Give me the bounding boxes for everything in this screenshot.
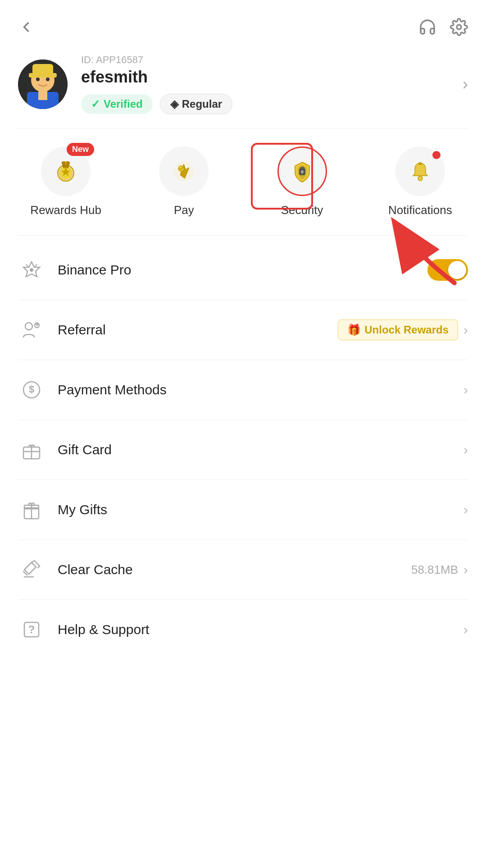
tier-badge: ◈ Regular: [160, 94, 232, 114]
svg-point-37: [31, 446, 32, 448]
clear-cache-text: Clear Cache: [58, 562, 411, 577]
my-gifts-chevron: ›: [463, 502, 468, 517]
check-icon: ✓: [91, 98, 100, 110]
binance-pro-icon: [18, 256, 45, 283]
svg-point-28: [25, 323, 32, 330]
profile-divider: [18, 128, 468, 128]
my-gifts-right: ›: [463, 502, 468, 517]
profile-name: efesmith: [81, 68, 463, 87]
security-icon-wrap: [277, 146, 327, 196]
toggle-thumb: [448, 261, 466, 279]
support-button[interactable]: [418, 18, 436, 36]
rewards-hub-label: Rewards Hub: [30, 203, 101, 217]
notification-dot: [432, 151, 441, 159]
header-icons: [418, 18, 468, 36]
action-notifications[interactable]: Notifications: [375, 146, 465, 217]
quick-actions: New Rewards Hub: [0, 133, 486, 231]
verified-badge: ✓ Verified: [81, 94, 153, 114]
settings-button[interactable]: [450, 18, 468, 36]
my-gifts-icon: [18, 496, 45, 523]
referral-text: Referral: [58, 322, 338, 338]
security-label: Security: [281, 203, 323, 217]
menu-item-binance-pro[interactable]: Binance Pro: [18, 240, 468, 300]
svg-rect-19: [302, 172, 303, 174]
profile-chevron: ›: [463, 75, 468, 94]
gift-card-icon: [18, 436, 45, 463]
help-text: Help & Support: [58, 622, 463, 637]
menu-item-payment[interactable]: $ Payment Methods ›: [18, 360, 468, 420]
binance-pro-toggle[interactable]: [427, 259, 468, 281]
avatar: [18, 59, 68, 109]
menu-list: Binance Pro Referral 🎁 Unlock Rewards: [0, 240, 486, 659]
payment-text: Payment Methods: [58, 382, 463, 397]
action-pay[interactable]: Pay: [139, 146, 229, 217]
payment-icon: $: [18, 376, 45, 403]
svg-point-25: [30, 268, 33, 272]
actions-divider: [18, 235, 468, 236]
svg-rect-21: [418, 162, 422, 165]
help-chevron: ›: [463, 622, 468, 637]
menu-item-clear-cache[interactable]: Clear Cache 58.81MB ›: [18, 540, 468, 600]
pay-label: Pay: [174, 203, 194, 217]
unlock-rewards-badge[interactable]: 🎁 Unlock Rewards: [338, 320, 458, 340]
pay-icon-wrap: [159, 146, 209, 196]
svg-point-8: [46, 78, 50, 81]
binance-pro-text: Binance Pro: [58, 262, 427, 278]
menu-item-gift-card[interactable]: Gift Card ›: [18, 420, 468, 480]
menu-item-help[interactable]: ? Help & Support ›: [18, 600, 468, 659]
payment-right: ›: [463, 382, 468, 397]
help-right: ›: [463, 622, 468, 637]
profile-section[interactable]: ID: APP16587 efesmith ✓ Verified ◈ Regul…: [0, 45, 486, 123]
menu-item-my-gifts[interactable]: My Gifts ›: [18, 480, 468, 540]
rewards-hub-icon-wrap: New: [41, 146, 91, 196]
profile-info: ID: APP16587 efesmith ✓ Verified ◈ Regul…: [81, 54, 463, 114]
action-rewards-hub[interactable]: New Rewards Hub: [21, 146, 111, 217]
svg-text:?: ?: [28, 623, 35, 635]
quick-actions-wrapper: New Rewards Hub: [0, 133, 486, 231]
referral-right: 🎁 Unlock Rewards ›: [338, 320, 468, 340]
back-button[interactable]: [18, 19, 34, 35]
action-security[interactable]: Security: [257, 146, 347, 217]
svg-point-20: [418, 176, 422, 181]
clear-cache-chevron: ›: [463, 562, 468, 577]
help-icon: ?: [18, 616, 45, 643]
payment-chevron: ›: [463, 382, 468, 397]
profile-badges: ✓ Verified ◈ Regular: [81, 94, 463, 114]
header: [0, 0, 486, 45]
menu-item-referral[interactable]: Referral 🎁 Unlock Rewards ›: [18, 300, 468, 360]
notifications-icon-wrap: [395, 146, 445, 196]
profile-id: ID: APP16587: [81, 54, 463, 66]
my-gifts-text: My Gifts: [58, 502, 463, 517]
svg-point-0: [457, 25, 461, 29]
gift-card-chevron: ›: [463, 442, 468, 457]
notifications-label: Notifications: [388, 203, 452, 217]
svg-rect-6: [32, 64, 53, 75]
svg-text:$: $: [29, 384, 34, 395]
gift-card-text: Gift Card: [58, 442, 463, 457]
referral-chevron: ›: [463, 322, 468, 338]
binance-pro-right: [427, 259, 468, 281]
diamond-icon: ◈: [170, 98, 178, 110]
cache-size: 58.81MB: [411, 563, 458, 577]
toggle-track: [427, 259, 468, 281]
referral-icon: [18, 316, 45, 343]
clear-cache-right: 58.81MB ›: [411, 562, 468, 577]
clear-cache-icon: [18, 556, 45, 583]
gift-card-right: ›: [463, 442, 468, 457]
new-badge: New: [67, 143, 94, 156]
svg-point-7: [36, 78, 40, 81]
